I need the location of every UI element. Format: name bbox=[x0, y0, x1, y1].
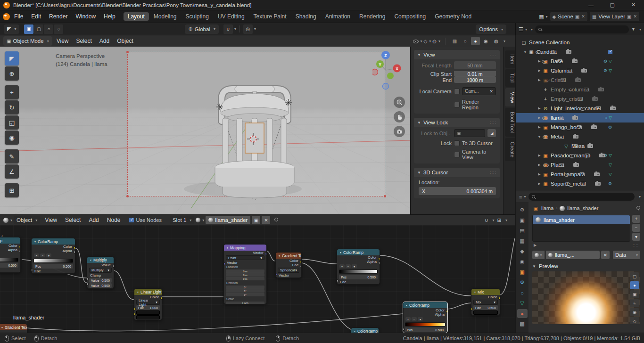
camera-view-button[interactable] bbox=[394, 126, 405, 137]
expand-icon[interactable]: ▶ bbox=[534, 243, 537, 247]
screen-icon[interactable] bbox=[558, 135, 563, 139]
overlays-dropdown[interactable]: ◎▾ bbox=[432, 39, 440, 44]
camera-icon[interactable] bbox=[575, 78, 581, 82]
ptab-render[interactable]: ▣ bbox=[517, 216, 528, 225]
render-region-checkbox[interactable] bbox=[454, 102, 460, 107]
snap-dropdown[interactable]: ▾ bbox=[233, 27, 236, 31]
menu-window[interactable]: Window bbox=[72, 12, 99, 21]
eyedropper-button[interactable]: ◢ bbox=[487, 129, 496, 137]
maximize-button[interactable]: ▢ bbox=[602, 0, 623, 10]
clip-start-field[interactable]: 0.01 m bbox=[454, 71, 496, 77]
expand-icon[interactable]: ▶ bbox=[537, 172, 542, 176]
ntab-bool-tool[interactable]: Bool Tool bbox=[505, 108, 515, 137]
overlays-dropdown-icon[interactable]: ▾ bbox=[505, 218, 507, 222]
proportional-dropdown[interactable]: ▾ bbox=[253, 27, 256, 31]
node-mix[interactable]: ▼Mix Color Mix▾ Fac0.500 bbox=[471, 288, 500, 316]
viewport-menu-add[interactable]: Add bbox=[96, 37, 113, 46]
shader-editor-type-button[interactable]: ▾ bbox=[3, 218, 12, 223]
ptab-modifiers[interactable]: ⚙ bbox=[517, 278, 528, 287]
screen-icon[interactable] bbox=[579, 172, 585, 176]
outliner-row[interactable]: ▶ ▣ PortaLampara ▽ bbox=[516, 170, 644, 179]
shader-node-canvas[interactable]: ‹ llama_shader ▼ColorRamp Color Alpha +−… bbox=[0, 225, 515, 333]
outliner-row[interactable]: ▶ ▣ Base ⚙▽ bbox=[516, 57, 644, 66]
viewport-menu-view[interactable]: View bbox=[53, 37, 72, 46]
viewport-3d[interactable]: Camera Perspective (124) Candela | llama… bbox=[0, 47, 515, 214]
color-swatch[interactable] bbox=[136, 315, 160, 319]
workspace-tab-layout[interactable]: Layout bbox=[124, 12, 149, 21]
breadcrumb-object[interactable]: llama bbox=[541, 205, 553, 211]
camera-icon[interactable] bbox=[610, 106, 616, 110]
tool-scale[interactable]: ◱ bbox=[5, 115, 19, 130]
eye-closed-icon[interactable] bbox=[561, 96, 568, 102]
node-colorramp[interactable]: ▼ColorRamp Color Alpha +−▾ Pos0.500 Fac bbox=[337, 249, 380, 285]
outliner-row[interactable]: ▶ ▣ Pasador_mango ⚙▽ bbox=[516, 151, 644, 160]
expand-icon[interactable]: ▶ bbox=[537, 106, 542, 110]
lock-3d-cursor-checkbox[interactable] bbox=[454, 140, 460, 146]
color-ramp-gradient[interactable] bbox=[0, 258, 18, 262]
menu-file[interactable]: File bbox=[10, 12, 27, 21]
workspace-tab-compositing[interactable]: Compositing bbox=[390, 12, 430, 21]
cursor-3d-header[interactable]: ▼ 3D Cursor :::: bbox=[414, 168, 500, 177]
snap-toggle[interactable]: ∪ bbox=[223, 24, 233, 34]
node-gradient-texture-partial[interactable]: ▼Gradient Texture bbox=[0, 324, 27, 333]
expand-icon[interactable]: ▶ bbox=[537, 154, 542, 157]
filter-icon[interactable]: ▼ bbox=[631, 27, 636, 32]
slot-dropdown[interactable]: Slot 1 ▾ bbox=[170, 216, 194, 224]
pin-icon[interactable] bbox=[273, 218, 278, 222]
shading-material-button[interactable]: ◉ bbox=[481, 37, 490, 45]
camera-icon[interactable] bbox=[592, 97, 598, 101]
camera-icon[interactable] bbox=[587, 144, 593, 148]
blender-menu-icon[interactable] bbox=[3, 13, 10, 20]
remove-slot-button[interactable]: − bbox=[632, 224, 640, 232]
cursor-x-field[interactable]: X 0.005304 m bbox=[419, 187, 496, 195]
preview-shaderball-button[interactable]: ◉ bbox=[630, 308, 639, 316]
eye-icon[interactable] bbox=[543, 162, 549, 168]
use-nodes-checkbox[interactable] bbox=[129, 217, 134, 223]
shading-wireframe-button[interactable]: ○ bbox=[461, 37, 470, 45]
shader-menu-node[interactable]: Node bbox=[104, 216, 124, 225]
node-mapping[interactable]: ▼Mapping Vector Point▾ Vector Location 0… bbox=[223, 244, 267, 304]
node-colorramp-partial[interactable]: ▼ColorRamp bbox=[351, 327, 379, 333]
ntab-create[interactable]: Create bbox=[505, 138, 515, 161]
focal-length-field[interactable]: 50 mm bbox=[454, 61, 496, 69]
screen-icon[interactable] bbox=[551, 50, 556, 54]
menu-help[interactable]: Help bbox=[100, 12, 119, 21]
camera-icon[interactable] bbox=[573, 163, 579, 167]
view-section-header[interactable]: ▼ View :::: bbox=[414, 50, 500, 59]
screen-icon[interactable] bbox=[558, 116, 563, 120]
ptab-texture[interactable]: ▩ bbox=[517, 319, 528, 328]
outliner-row-scene-collection[interactable]: ▢ Scene Collection bbox=[516, 38, 644, 47]
camera-icon[interactable] bbox=[599, 154, 605, 157]
eye-icon[interactable] bbox=[542, 134, 548, 139]
ptab-object-data[interactable]: ▽ bbox=[517, 299, 528, 308]
node-mix-linear-light[interactable]: ▼Linear Light Color Linear Light▾ Fac1.0… bbox=[134, 288, 162, 320]
eye-icon[interactable] bbox=[551, 68, 557, 74]
options-button[interactable]: Options ▾ bbox=[476, 24, 506, 34]
object-visibility-dropdown[interactable]: ▾ bbox=[413, 38, 422, 44]
ptab-scene[interactable]: ◆ bbox=[517, 247, 528, 256]
lock-to-object-field[interactable]: ▣ bbox=[454, 129, 485, 137]
eye-icon[interactable] bbox=[569, 153, 575, 158]
material-name-field[interactable]: llama_... bbox=[546, 251, 600, 259]
screen-icon[interactable] bbox=[585, 154, 590, 157]
menu-edit[interactable]: Edit bbox=[27, 12, 45, 21]
camera-icon[interactable] bbox=[591, 125, 597, 129]
workspace-tab-geometry-nodes[interactable]: Geometry Nod bbox=[430, 12, 476, 21]
workspace-tab-sculpting[interactable]: Sculpting bbox=[182, 12, 213, 21]
pin-icon[interactable] bbox=[636, 206, 640, 211]
screen-icon[interactable] bbox=[580, 182, 586, 186]
tool-add-cube[interactable]: ⊞ bbox=[5, 183, 19, 197]
view-lock-header[interactable]: ▼ View Lock :::: bbox=[414, 118, 500, 127]
screen-icon[interactable] bbox=[567, 69, 572, 73]
shading-solid-button[interactable]: ● bbox=[471, 37, 480, 45]
drag-grip-icon[interactable]: :::: bbox=[490, 170, 496, 175]
scene-selector[interactable]: ◆ Scene ▣ ✕ bbox=[550, 12, 587, 21]
xray-toggle[interactable]: ▥ bbox=[450, 37, 459, 45]
outliner-row[interactable]: + Empty_columna bbox=[516, 85, 644, 94]
proportional-editing-toggle[interactable]: ◎ bbox=[243, 24, 253, 34]
screen-icon[interactable] bbox=[578, 97, 583, 101]
camera-icon[interactable] bbox=[595, 182, 601, 186]
expand-icon[interactable]: ▼ bbox=[522, 50, 528, 54]
outliner-row[interactable]: ▼ ▣ Mesa bbox=[516, 132, 644, 141]
eye-icon[interactable] bbox=[541, 58, 547, 64]
